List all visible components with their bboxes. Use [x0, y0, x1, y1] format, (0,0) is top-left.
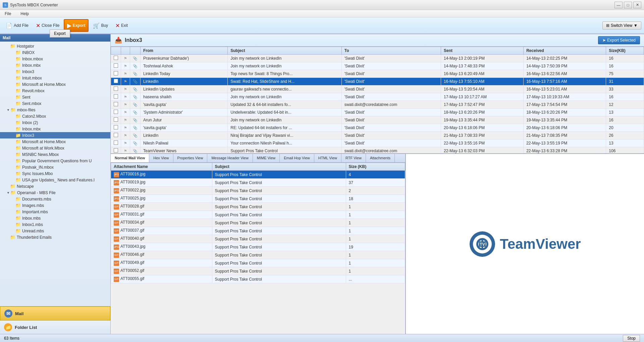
attachment-row[interactable]: GIFATT00031.gif Support Pros Take Contro… — [111, 211, 405, 219]
sidebar-item-17[interactable]: 📁MSNBC News.Mbox — [0, 151, 110, 158]
table-row[interactable]: ⚑ 📎 LinkedIn Swati: Red Hat, SlideShare … — [111, 78, 644, 86]
col-sent[interactable]: Sent — [441, 47, 523, 55]
sidebar-item-23[interactable]: ▼📁Operamail - MBS File — [0, 189, 110, 196]
row-checkbox-3[interactable] — [111, 78, 121, 86]
stop-button[interactable]: Stop — [623, 335, 640, 342]
attachment-row[interactable]: GIFATT00049.gif Support Pros Take Contro… — [111, 259, 405, 267]
tab-normal-mail-view[interactable]: Normal Mail View — [111, 154, 149, 163]
table-row[interactable]: ⚑ 📎 TeamViewer News Support Pros Take Co… — [111, 147, 644, 154]
row-checkbox-2[interactable] — [111, 70, 121, 78]
sidebar-item-16[interactable]: 📁Microsoft at Work.Mbox — [0, 145, 110, 151]
row-checkbox-7[interactable] — [111, 109, 121, 116]
sidebar-item-28[interactable]: 📁Inbox1.mbs — [0, 221, 110, 228]
tab-hex-view[interactable]: Hex View — [149, 154, 173, 162]
exit-button[interactable]: ✕ Exit — [112, 19, 131, 32]
attachment-row[interactable]: GIFATT00046.gif Support Pros Take Contro… — [111, 251, 405, 259]
export-selected-button[interactable]: ➤ Export Selected — [598, 36, 640, 44]
table-row[interactable]: ⚑ 📎 LinkedIn Today Top news for Swati: 8… — [111, 70, 644, 78]
row-checkbox-12[interactable] — [111, 147, 121, 154]
attachment-row[interactable]: JPGATT00022.jpg Support Pros Take Contro… — [111, 187, 405, 195]
sidebar-item-25[interactable]: 📁Images.mbs — [0, 202, 110, 209]
nav-mail[interactable]: ✉ Mail — [0, 306, 110, 321]
maximize-button[interactable]: □ — [624, 2, 632, 8]
sidebar-item-9[interactable]: 📁Sent.mbox — [0, 100, 110, 107]
attachment-row[interactable]: JPGATT00019.jpg Support Pros Take Contro… — [111, 179, 405, 187]
sidebar-item-5[interactable]: 📁Intuit.mbox — [0, 75, 110, 81]
sidebar-item-22[interactable]: 📁Netscape — [0, 183, 110, 189]
sidebar-item-19[interactable]: 📁Postvak_IN.mbox — [0, 164, 110, 170]
attachment-row[interactable]: GIFATT00037.gif Support Pros Take Contro… — [111, 227, 405, 235]
row-checkbox-8[interactable] — [111, 116, 121, 124]
tab-html-view[interactable]: HTML View — [314, 154, 341, 162]
minimize-button[interactable]: — — [614, 2, 623, 8]
table-row[interactable]: ⚑ 📎 haseena shaikh Join my network on Li… — [111, 93, 644, 101]
menu-help[interactable]: Help — [18, 11, 31, 17]
sidebar-item-15[interactable]: 📁Microsoft at Home.Mbox — [0, 138, 110, 145]
tab-rtf-view[interactable]: RTF View — [341, 154, 366, 162]
sidebar-item-18[interactable]: 📁Popular Government Questions from U — [0, 158, 110, 164]
row-checkbox-9[interactable] — [111, 124, 121, 132]
att-col-size[interactable]: Size (KB) — [346, 163, 405, 171]
table-row[interactable]: ⚑ 📎 Praveenkumar Dabhade') Join my netwo… — [111, 55, 644, 62]
table-row[interactable]: ⚑ 📎 Arun Jutur Join my network on Linked… — [111, 116, 644, 124]
sidebar-item-30[interactable]: 📁Thunderbird Emails — [0, 234, 110, 240]
tab-message-header-view[interactable]: Message Header View — [207, 154, 253, 162]
col-to[interactable]: To — [341, 47, 441, 55]
sidebar-item-24[interactable]: 📁Documents.mbs — [0, 196, 110, 202]
attachment-row[interactable]: GIFATT00055.gif Support Pros Take Contro… — [111, 275, 405, 283]
table-row[interactable]: ⚑ 📎 Toshniwal Ashok Join my network on L… — [111, 62, 644, 70]
sidebar-item-1[interactable]: 📁INBOX — [0, 49, 110, 56]
tab-email-hop-view[interactable]: Email Hop View — [280, 154, 314, 162]
table-row[interactable]: ⚑ 📎 'System Administrator' Undeliverable… — [111, 109, 644, 116]
sidebar-item-3[interactable]: 📁Inbox.mbx — [0, 62, 110, 68]
sidebar-item-0[interactable]: 📁Hostgator — [0, 43, 110, 49]
row-checkbox-10[interactable] — [111, 132, 121, 139]
add-file-button[interactable]: 📄 Add File — [3, 19, 32, 32]
att-col-subject[interactable]: Subject — [212, 163, 346, 171]
row-checkbox-4[interactable] — [111, 86, 121, 93]
sidebar-item-4[interactable]: 📁Inbox3 — [0, 68, 110, 75]
table-row[interactable]: ⚑ 📎 'savita.gupta' RE: Updated 64-bit in… — [111, 124, 644, 132]
sidebar-item-6[interactable]: 📁Microsoft at Home.Mbox — [0, 81, 110, 88]
sidebar-item-2[interactable]: 📁Inbox.mbox — [0, 56, 110, 62]
sidebar-item-12[interactable]: 📁Inbox (2) — [0, 119, 110, 126]
att-col-name[interactable]: Attachment Name — [111, 163, 212, 171]
sidebar-item-8[interactable]: 📁Sent — [0, 94, 110, 100]
row-checkbox-0[interactable] — [111, 55, 121, 62]
row-checkbox-1[interactable] — [111, 62, 121, 70]
col-subject[interactable]: Subject — [228, 47, 341, 55]
sidebar-item-13[interactable]: 📁Inbox.mbx — [0, 126, 110, 132]
col-size[interactable]: Size(KB) — [606, 47, 644, 55]
tab-properties-view[interactable]: Properties View — [173, 154, 208, 162]
attachment-row[interactable]: GIFATT00040.gif Support Pros Take Contro… — [111, 235, 405, 243]
attachment-row[interactable]: JPGATT00016.jpg Support Pros Take Contro… — [111, 171, 405, 179]
buy-button[interactable]: 🛒 Buy — [90, 19, 111, 32]
col-received[interactable]: Received — [524, 47, 606, 55]
sidebar-item-11[interactable]: 📁Caton2.Mbox — [0, 113, 110, 119]
sidebar-item-21[interactable]: 📁USA.gov Updates_ News and Features.I — [0, 177, 110, 183]
sidebar-item-27[interactable]: 📁Inbox.mbs — [0, 215, 110, 221]
attachment-row[interactable]: GIFATT00034.gif Support Pros Take Contro… — [111, 219, 405, 227]
attachment-row[interactable]: JPGATT00025.jpg Support Pros Take Contro… — [111, 195, 405, 203]
sidebar-item-29[interactable]: 📁Unread.mbs — [0, 228, 110, 234]
sidebar-item-10[interactable]: ▼📁mbox-files — [0, 107, 110, 113]
attachment-row[interactable]: GIFATT00052.gif Support Pros Take Contro… — [111, 267, 405, 275]
table-row[interactable]: ⚑ 📎 Nilesh Paliwal Your connection Niles… — [111, 139, 644, 147]
menu-file[interactable]: File — [3, 11, 13, 17]
sidebar-item-7[interactable]: 📁Revolt.mbox — [0, 88, 110, 94]
attachment-row[interactable]: JPGATT00043.jpg Support Pros Take Contro… — [111, 243, 405, 251]
tab-attachments[interactable]: Attachments — [366, 154, 395, 162]
table-row[interactable]: ⚑ 📎 LinkedIn Niraj Birajdar and Vijay Ra… — [111, 132, 644, 139]
col-from[interactable]: From — [141, 47, 228, 55]
tab-mime-view[interactable]: MIME View — [253, 154, 280, 162]
nav-folder-list[interactable]: 📁 Folder List — [0, 321, 110, 334]
attachment-row[interactable]: GIFATT00028.gif Support Pros Take Contro… — [111, 203, 405, 211]
switch-view-button[interactable]: ⊞ Switch View ▼ — [602, 21, 641, 30]
close-button[interactable]: ✕ — [633, 2, 641, 8]
table-row[interactable]: ⚑ 📎 'savita.gupta' Updated 32 & 64-bit i… — [111, 101, 644, 109]
row-checkbox-5[interactable] — [111, 93, 121, 101]
sidebar-item-26[interactable]: 📁Important.mbs — [0, 209, 110, 215]
table-row[interactable]: ⚑ 📎 LinkedIn Updates gaurav gaikwad's ne… — [111, 86, 644, 93]
sidebar-item-20[interactable]: 📁Sync Issues.Mbo — [0, 170, 110, 177]
sidebar-item-14[interactable]: 📁Inbox3 — [0, 132, 110, 138]
